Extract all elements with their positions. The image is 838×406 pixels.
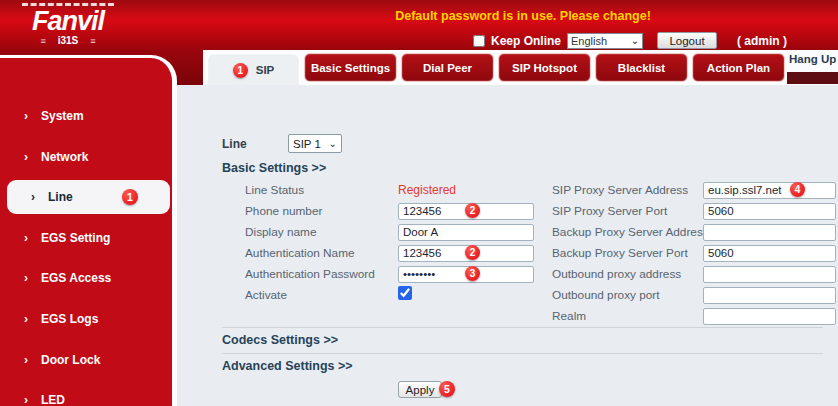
field-label: SIP Proxy Server Port bbox=[552, 204, 667, 218]
field-label: Line Status bbox=[245, 183, 304, 197]
display-name-input[interactable] bbox=[398, 224, 534, 241]
field-wrap bbox=[703, 264, 836, 283]
logo-bars-icon: ≡ bbox=[40, 36, 45, 46]
tab-action-plan[interactable]: Action Plan bbox=[692, 53, 785, 82]
backup-proxy-server-port-input[interactable] bbox=[703, 245, 836, 262]
language-select[interactable]: English ⌄ bbox=[567, 33, 643, 49]
divider bbox=[222, 327, 823, 328]
fanvil-logo: Fanvil ≡ i31S ≡ bbox=[22, 3, 114, 46]
sidebar-item-label: Network bbox=[41, 150, 88, 164]
tab-label: SIP Hotspot bbox=[512, 62, 577, 74]
password-warning: Default password is in use. Please chang… bbox=[203, 9, 838, 23]
main-content: Line SIP 1 ⌄ Basic Settings >> Line Stat… bbox=[177, 85, 838, 406]
chevron-right-icon: › bbox=[24, 110, 28, 122]
sidebar-item-label: EGS Setting bbox=[41, 231, 110, 245]
tab-dial-peer[interactable]: Dial Peer bbox=[401, 53, 494, 82]
sip-proxy-server-address-input[interactable] bbox=[703, 182, 836, 199]
brand-name: Fanvil bbox=[22, 3, 114, 35]
tab-blacklist[interactable]: Blacklist bbox=[595, 53, 688, 82]
line-status-value: Registered bbox=[398, 183, 456, 197]
session-bar: Keep Online English ⌄ Logout ( admin ) bbox=[473, 32, 787, 49]
chevron-right-icon: › bbox=[24, 272, 28, 284]
activate-checkbox[interactable] bbox=[398, 286, 412, 300]
language-selected-value: English bbox=[571, 35, 607, 47]
header: Fanvil ≡ i31S ≡ Default password is in u… bbox=[0, 0, 838, 50]
field-label: Authentication Password bbox=[245, 267, 375, 281]
line-selected-value: SIP 1 bbox=[293, 138, 321, 150]
field-label: Display name bbox=[245, 225, 316, 239]
form-row-outbound-proxy-address: Outbound proxy address bbox=[552, 263, 838, 284]
sidebar-item-egs-logs[interactable]: ›EGS Logs bbox=[0, 302, 170, 336]
field-wrap: 2 bbox=[398, 243, 534, 262]
outbound-proxy-port-input[interactable] bbox=[703, 287, 836, 304]
sidebar-item-label: Door Lock bbox=[41, 353, 100, 367]
section-basic-settings[interactable]: Basic Settings >> bbox=[222, 161, 326, 175]
field-wrap: 3 bbox=[398, 264, 534, 283]
form-row-display-name: Display name bbox=[245, 221, 545, 242]
sidebar-item-led[interactable]: ›LED bbox=[0, 383, 170, 406]
sidebar-item-egs-access[interactable]: ›EGS Access bbox=[0, 261, 170, 295]
chevron-right-icon: › bbox=[31, 191, 35, 203]
tab-label: Action Plan bbox=[707, 62, 770, 74]
tab-sip[interactable]: 1SIP bbox=[207, 53, 300, 86]
form-row-activate: Activate bbox=[245, 284, 545, 305]
logged-in-user: ( admin ) bbox=[737, 34, 787, 48]
chevron-down-icon: ⌄ bbox=[631, 37, 639, 45]
line-label: Line bbox=[222, 137, 247, 151]
field-wrap bbox=[398, 222, 534, 241]
section-codecs-settings[interactable]: Codecs Settings >> bbox=[222, 333, 338, 347]
chevron-right-icon: › bbox=[24, 232, 28, 244]
outbound-proxy-address-input[interactable] bbox=[703, 266, 836, 283]
form-row-phone-number: Phone number2 bbox=[245, 200, 545, 221]
field-label: Outbound proxy address bbox=[552, 267, 681, 281]
line-select[interactable]: SIP 1 ⌄ bbox=[288, 134, 342, 153]
sidebar-item-system[interactable]: ›System bbox=[0, 99, 170, 133]
apply-button[interactable]: Apply bbox=[398, 381, 442, 398]
form-row-authentication-name: Authentication Name2 bbox=[245, 242, 545, 263]
keep-online-checkbox[interactable] bbox=[473, 35, 485, 47]
sidebar-item-line[interactable]: ›Line1 bbox=[7, 180, 170, 214]
sidebar-item-label: EGS Logs bbox=[41, 312, 98, 326]
divider bbox=[222, 353, 823, 354]
field-label: Activate bbox=[245, 288, 287, 302]
tab-sip-hotspot[interactable]: SIP Hotspot bbox=[498, 53, 591, 82]
field-label: Backup Proxy Server Port bbox=[552, 246, 688, 260]
sidebar-item-label: EGS Access bbox=[41, 271, 111, 285]
backup-proxy-server-address-input[interactable] bbox=[703, 224, 836, 241]
sidebar: ›System›Network›Line1›EGS Setting›EGS Ac… bbox=[0, 55, 177, 406]
chevron-right-icon: › bbox=[24, 151, 28, 163]
field-label: Phone number bbox=[245, 204, 322, 218]
form-row-authentication-password: Authentication Password3 bbox=[245, 263, 545, 284]
tab-hang-up[interactable]: Hang Up bbox=[789, 53, 838, 65]
logo-bars-icon: ≡ bbox=[90, 36, 95, 46]
form-row-realm: Realm bbox=[552, 305, 838, 326]
form-row-backup-proxy-server-address: Backup Proxy Server Address bbox=[552, 221, 838, 242]
sidebar-item-egs-setting[interactable]: ›EGS Setting bbox=[0, 221, 170, 255]
logout-button[interactable]: Logout bbox=[657, 32, 717, 49]
field-wrap bbox=[703, 285, 836, 304]
annotation-badge-1: 1 bbox=[233, 63, 248, 78]
tab-hang-up-strip bbox=[787, 72, 838, 84]
chevron-right-icon: › bbox=[24, 354, 28, 366]
model-name: ≡ i31S ≡ bbox=[22, 35, 114, 46]
sidebar-item-label: Line bbox=[48, 190, 73, 204]
field-wrap bbox=[703, 306, 836, 325]
annotation-badge-5: 5 bbox=[439, 381, 455, 397]
tab-label: Dial Peer bbox=[423, 62, 472, 74]
sip-proxy-server-port-input[interactable] bbox=[703, 203, 836, 220]
sidebar-item-network[interactable]: ›Network bbox=[0, 140, 170, 174]
tab-basic-settings[interactable]: Basic Settings bbox=[304, 53, 397, 82]
field-label: Backup Proxy Server Address bbox=[552, 225, 709, 239]
tab-label: Blacklist bbox=[618, 62, 665, 74]
form-row-sip-proxy-server-port: SIP Proxy Server Port bbox=[552, 200, 838, 221]
fanvil-web-ui: Fanvil ≡ i31S ≡ Default password is in u… bbox=[0, 0, 838, 406]
realm-input[interactable] bbox=[703, 308, 836, 325]
sidebar-item-door-lock[interactable]: ›Door Lock bbox=[0, 343, 170, 377]
section-advanced-settings[interactable]: Advanced Settings >> bbox=[222, 359, 353, 373]
field-label: Realm bbox=[552, 309, 586, 323]
annotation-badge-1: 1 bbox=[122, 189, 138, 205]
field-wrap bbox=[703, 222, 836, 241]
annotation-badge-2: 2 bbox=[465, 245, 480, 260]
field-label: Authentication Name bbox=[245, 246, 355, 260]
field-wrap: 4 bbox=[703, 180, 836, 199]
